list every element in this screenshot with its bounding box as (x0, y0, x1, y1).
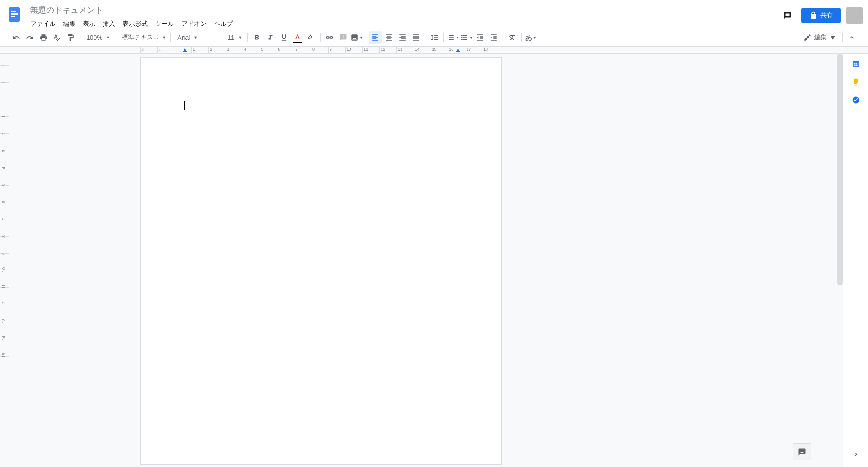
toolbar-separator (170, 33, 171, 42)
editing-mode-dropdown[interactable]: 編集 ▼ (800, 31, 840, 44)
header-right: 共有 (779, 7, 863, 24)
caret-icon: ▼ (193, 35, 198, 40)
menu-tools[interactable]: ツール (152, 18, 177, 30)
svg-rect-4 (11, 16, 15, 17)
toolbar-separator (443, 33, 444, 42)
share-label: 共有 (820, 11, 833, 19)
vertical-scrollbar[interactable] (837, 54, 843, 285)
align-left-button[interactable] (369, 31, 382, 44)
menu-help[interactable]: ヘルプ (211, 18, 236, 30)
text-color-button[interactable] (291, 31, 304, 44)
clear-formatting-button[interactable] (506, 31, 519, 44)
svg-rect-3 (11, 14, 18, 15)
caret-icon: ▼ (106, 35, 110, 40)
menu-view[interactable]: 表示 (80, 18, 99, 30)
toolbar-separator (247, 33, 248, 42)
title-menu-area: 無題のドキュメント ファイル 編集 表示 挿入 表示形式 ツール アドオン ヘル… (27, 4, 779, 30)
underline-button[interactable] (278, 31, 290, 44)
menubar: ファイル 編集 表示 挿入 表示形式 ツール アドオン ヘルプ (27, 18, 779, 30)
toolbar-separator (425, 33, 425, 42)
document-title[interactable]: 無題のドキュメント (27, 4, 106, 16)
svg-rect-2 (11, 13, 18, 14)
input-tools-button[interactable]: あ▼ (524, 31, 537, 44)
svg-text:31: 31 (854, 63, 858, 66)
caret-icon: ▼ (238, 35, 242, 40)
menu-format[interactable]: 表示形式 (119, 18, 151, 30)
text-cursor (184, 101, 185, 110)
increase-indent-button[interactable] (487, 31, 500, 44)
toolbar-separator (80, 33, 80, 42)
vertical-ruler[interactable]: 21123456789101112131415 (0, 54, 9, 467)
insert-link-button[interactable] (323, 31, 336, 44)
bold-button[interactable] (250, 31, 263, 44)
toolbar: 100%▼ 標準テキス...▼ Arial▼ 11▼ + ▼ ▼ ▼ あ▼ 編集… (0, 29, 868, 47)
menu-edit[interactable]: 編集 (60, 18, 79, 30)
font-value: Arial (177, 34, 190, 41)
tasks-icon[interactable] (851, 95, 860, 105)
caret-icon: ▼ (456, 36, 459, 40)
font-dropdown[interactable]: Arial▼ (174, 31, 217, 44)
zoom-dropdown[interactable]: 100%▼ (83, 31, 112, 44)
share-button[interactable]: 共有 (801, 8, 841, 23)
align-right-button[interactable] (396, 31, 409, 44)
toolbar-separator (220, 33, 220, 42)
menu-file[interactable]: ファイル (27, 18, 59, 30)
toolbar-separator (503, 33, 503, 42)
edit-mode-label: 編集 (814, 33, 827, 42)
toolbar-separator (115, 33, 115, 42)
align-justify-button[interactable] (410, 31, 422, 44)
svg-rect-7 (853, 61, 859, 62)
caret-icon: ▼ (533, 36, 537, 40)
page[interactable] (140, 57, 502, 465)
italic-button[interactable] (264, 31, 277, 44)
font-size-value: 11 (227, 34, 235, 41)
horizontal-ruler[interactable]: 21123456789101112131415161718 (0, 47, 868, 54)
spellcheck-button[interactable] (51, 31, 63, 44)
toolbar-separator (842, 33, 843, 42)
numbered-list-button[interactable]: ▼ (447, 31, 459, 44)
scrollbar-thumb[interactable] (837, 54, 843, 285)
svg-rect-1 (11, 11, 16, 12)
side-panel: 31 (843, 54, 868, 467)
align-center-button[interactable] (382, 31, 395, 44)
paint-format-button[interactable] (64, 31, 77, 44)
header: 無題のドキュメント ファイル 編集 表示 挿入 表示形式 ツール アドオン ヘル… (0, 0, 868, 29)
svg-text:+: + (342, 34, 344, 39)
content-wrap: 21123456789101112131415 31 (0, 54, 868, 467)
docs-logo[interactable] (5, 5, 24, 24)
decrease-indent-button[interactable] (474, 31, 486, 44)
highlight-color-button[interactable] (305, 31, 317, 44)
comments-button[interactable] (779, 7, 796, 24)
toolbar-separator (320, 33, 321, 42)
caret-icon: ▼ (359, 36, 363, 40)
toolbar-separator (366, 33, 366, 42)
expand-side-panel-button[interactable] (852, 450, 860, 460)
insert-comment-button[interactable]: + (337, 31, 349, 44)
redo-button[interactable] (24, 31, 36, 44)
caret-icon: ▼ (162, 35, 166, 40)
menu-addons[interactable]: アドオン (178, 18, 210, 30)
calendar-icon[interactable]: 31 (851, 59, 860, 68)
explore-button[interactable] (793, 443, 811, 460)
collapse-toolbar-button[interactable] (845, 31, 858, 44)
insert-image-button[interactable]: ▼ (350, 31, 363, 44)
font-size-dropdown[interactable]: 11▼ (223, 31, 245, 44)
style-value: 標準テキス... (122, 33, 159, 42)
undo-button[interactable] (10, 31, 23, 44)
zoom-value: 100% (86, 34, 103, 41)
line-spacing-button[interactable] (428, 31, 441, 44)
toolbar-separator (521, 33, 522, 42)
menu-insert[interactable]: 挿入 (99, 18, 118, 30)
keep-icon[interactable] (851, 77, 860, 86)
caret-icon: ▼ (469, 36, 473, 40)
account-avatar[interactable] (846, 7, 863, 24)
left-indent-marker[interactable] (183, 48, 187, 52)
document-area[interactable] (9, 54, 843, 467)
print-button[interactable] (37, 31, 50, 44)
caret-icon: ▼ (830, 34, 836, 41)
bulleted-list-button[interactable]: ▼ (460, 31, 473, 44)
right-indent-marker[interactable] (456, 48, 460, 52)
paragraph-style-dropdown[interactable]: 標準テキス...▼ (118, 31, 168, 44)
